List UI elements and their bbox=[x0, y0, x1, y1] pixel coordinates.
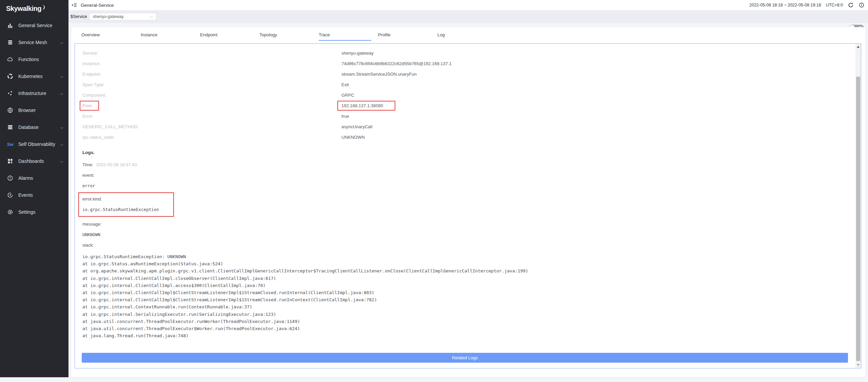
chart-icon bbox=[7, 22, 14, 29]
highlight-box-peer-value: 192.168.137.1:38080 bbox=[337, 101, 395, 111]
span-field-row-instance: Instance: 74d96c778c694c6b9b6322c62d55b7… bbox=[82, 58, 842, 69]
tab-trace[interactable]: Trace bbox=[319, 27, 378, 43]
chevron-down-icon bbox=[60, 92, 63, 95]
time-range-picker[interactable]: 2022-05-08 18:18 ~ 2022-05-08 19:18 bbox=[749, 3, 821, 7]
field-value: GRPC bbox=[341, 93, 354, 98]
sidebar-item-label: Browser bbox=[18, 108, 36, 113]
scrollbar[interactable] bbox=[855, 44, 861, 368]
sidebar-item-label: Self Observability bbox=[18, 141, 55, 147]
related-logs-button[interactable]: Related Logs bbox=[82, 353, 848, 363]
tab-instance[interactable]: Instance bbox=[141, 27, 200, 43]
span-field-row-endpoint: Endpoint: stream.StreamServiceJSON.unary… bbox=[82, 69, 842, 79]
page-title: General-Service bbox=[81, 3, 114, 8]
span-field-row-span-type: Span Type: Exit bbox=[82, 79, 842, 90]
field-value: 74d96c778c694c6b9b6322c62d55b765@192.168… bbox=[341, 61, 452, 66]
span-field-row-service: Service: shenyu-gateway bbox=[82, 48, 842, 58]
field-label: Error: bbox=[82, 114, 341, 119]
log-event-label: event: bbox=[82, 170, 842, 180]
cloud-icon bbox=[7, 56, 14, 63]
chevron-down-icon bbox=[60, 159, 63, 163]
sidebar-item-alarms[interactable]: Alarms bbox=[0, 170, 68, 187]
tab-endpoint[interactable]: Endpoint bbox=[200, 27, 259, 43]
tab-bar: Overview Instance Endpoint Topology Trac… bbox=[71, 27, 865, 43]
sidebar-item-events[interactable]: Events bbox=[0, 187, 68, 204]
service-select-label: $Service bbox=[71, 14, 87, 19]
sidebar-item-label: Alarms bbox=[18, 175, 33, 181]
tab-profile[interactable]: Profile bbox=[378, 27, 437, 43]
sidebar-item-functions[interactable]: Functions bbox=[0, 51, 68, 68]
globe-icon bbox=[7, 107, 14, 114]
logo-swoosh-icon bbox=[42, 4, 46, 10]
log-event-value: error bbox=[82, 180, 842, 191]
sidebar-item-label: Events bbox=[18, 192, 33, 198]
field-label: Service: bbox=[82, 51, 341, 56]
log-time-value: 2022-05-08 18:57:43 bbox=[96, 162, 137, 167]
sidebar-item-self-observability[interactable]: Sw Self Observability bbox=[0, 136, 68, 153]
timezone-label[interactable]: UTC+8:0 bbox=[826, 3, 843, 7]
sidebar-item-label: General Service bbox=[18, 23, 52, 28]
sidebar-item-infrastructure[interactable]: Infrastructure bbox=[0, 85, 68, 102]
log-time-row: Time: 2022-05-08 18:57:43 bbox=[82, 159, 842, 170]
sidebar-item-label: Settings bbox=[18, 209, 36, 215]
collapse-menu-icon[interactable] bbox=[71, 2, 77, 8]
field-label: Instance: bbox=[82, 61, 341, 66]
chevron-down-icon bbox=[60, 126, 63, 129]
chevron-down-icon bbox=[60, 142, 63, 146]
sidebar-item-general-service[interactable]: General Service bbox=[0, 17, 68, 34]
field-value: UNKNOWN bbox=[341, 135, 365, 140]
chevron-down-icon bbox=[60, 41, 63, 44]
log-message-value: UNKNOWN bbox=[82, 229, 842, 240]
span-detail-panel: Service: shenyu-gateway Instance: 74d96c… bbox=[75, 43, 861, 368]
gear-icon bbox=[7, 209, 14, 215]
span-field-row-component: Component: GRPC bbox=[82, 90, 842, 100]
service-select[interactable]: shenyu-gateway bbox=[89, 13, 156, 20]
sidebar-item-database[interactable]: Database bbox=[0, 119, 68, 136]
chevron-down-icon bbox=[150, 15, 153, 18]
info-icon[interactable] bbox=[859, 2, 865, 8]
field-value: asyncUnaryCall bbox=[341, 124, 372, 129]
sidebar-item-settings[interactable]: Settings bbox=[0, 204, 68, 221]
logs-section-title: Logs. bbox=[82, 150, 842, 159]
sidebar-item-label: Infrastructure bbox=[18, 91, 46, 96]
sidebar-item-kubernetes[interactable]: Kubernetes bbox=[0, 68, 68, 85]
field-value: shenyu-gateway bbox=[341, 51, 374, 56]
highlight-box-peer-label: Peer: bbox=[80, 101, 99, 111]
tab-log[interactable]: Log bbox=[437, 27, 497, 43]
field-value: Exit bbox=[341, 82, 349, 87]
field-label: GENERIC_CALL_METHOD: bbox=[82, 124, 341, 129]
alarm-icon bbox=[7, 175, 14, 182]
scroll-up-icon[interactable] bbox=[855, 44, 861, 49]
stack-trace: io.grpc.StatusRuntimeException: UNKNOWN … bbox=[82, 253, 842, 339]
refresh-icon[interactable] bbox=[848, 2, 854, 8]
span-field-row-rpc-status-code: rpc.status_code: UNKNOWN bbox=[82, 132, 842, 142]
sidebar-item-label: Functions bbox=[18, 57, 39, 62]
field-label: Span Type: bbox=[82, 82, 341, 87]
span-field-row-error: Error: true bbox=[82, 111, 842, 121]
field-value: 192.168.137.1:38080 bbox=[341, 103, 383, 108]
tab-overview[interactable]: Overview bbox=[81, 27, 141, 43]
log-error-kind-value: io.grpc.StatusRuntimeException bbox=[82, 204, 173, 215]
field-label: Endpoint: bbox=[82, 72, 341, 77]
log-error-kind-label: error.kind: bbox=[82, 194, 173, 204]
main-card: Overview Instance Endpoint Topology Trac… bbox=[71, 27, 865, 377]
chevron-down-icon bbox=[60, 75, 63, 78]
scroll-down-icon[interactable] bbox=[855, 363, 861, 367]
field-value: true bbox=[341, 114, 349, 119]
tab-topology[interactable]: Topology bbox=[259, 27, 319, 43]
sidebar-item-service-mesh[interactable]: Service Mesh bbox=[0, 34, 68, 51]
sidebar-item-browser[interactable]: Browser bbox=[0, 102, 68, 119]
service-toolbar: $Service shenyu-gateway V bbox=[68, 10, 868, 23]
events-icon bbox=[7, 192, 14, 198]
sidebar-item-label: Service Mesh bbox=[18, 40, 47, 45]
highlight-box-error-kind: error.kind: io.grpc.StatusRuntimeExcepti… bbox=[78, 192, 174, 217]
skywalking-logo[interactable]: Skywalking bbox=[0, 0, 68, 17]
scrollbar-thumb[interactable] bbox=[856, 77, 860, 361]
log-message-label: message: bbox=[82, 219, 842, 229]
sidebar: Skywalking General Service Service Mesh … bbox=[0, 0, 68, 377]
sidebar-item-label: Database bbox=[18, 125, 39, 130]
field-label: rpc.status_code: bbox=[82, 135, 341, 140]
kubernetes-icon bbox=[7, 73, 14, 80]
field-label: Peer: bbox=[82, 103, 93, 108]
sidebar-item-dashboards[interactable]: Dashboards bbox=[0, 153, 68, 170]
layers-icon bbox=[7, 39, 14, 46]
